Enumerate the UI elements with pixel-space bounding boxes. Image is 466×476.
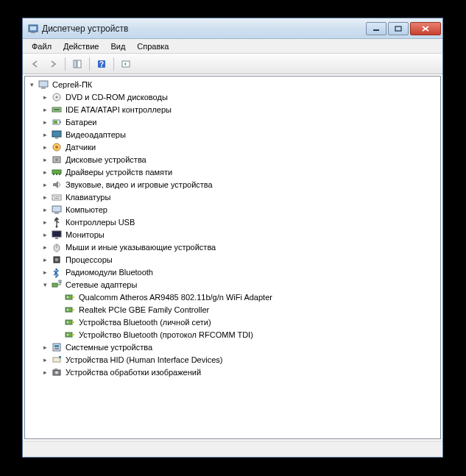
tree-node-cat-10[interactable]: ▸ Контроллеры USB	[25, 216, 440, 228]
expand-toggle-icon[interactable]: ▸	[41, 143, 49, 151]
tree-node-cat-6[interactable]: ▸ Драйверы устройств памяти	[25, 166, 440, 178]
tree-node-cat-2[interactable]: ▸ Батареи	[25, 116, 440, 128]
sound-icon	[51, 179, 63, 191]
expand-toggle-icon[interactable]: ▸	[41, 255, 49, 263]
svg-rect-58	[54, 345, 59, 347]
expand-toggle-icon[interactable]: ▸	[41, 343, 49, 351]
svg-rect-1	[30, 26, 36, 30]
expand-toggle-icon[interactable]: ▸	[41, 155, 49, 163]
expand-toggle-icon[interactable]: ▸	[41, 368, 49, 376]
tree-node-cat-0[interactable]: ▸ DVD и CD-ROM дисководы	[25, 90, 440, 103]
expand-toggle-icon[interactable]: ▸	[41, 268, 49, 276]
tree-node-cat-4[interactable]: ▸ Датчики	[25, 141, 440, 153]
computer-icon	[38, 79, 49, 90]
tree-node-cat-15-child-2[interactable]: Устройства Bluetooth (личной сети)	[25, 316, 440, 328]
tree-node-cat-8[interactable]: ▸ Клавиатуры	[25, 191, 440, 203]
toolbar-separator	[89, 57, 90, 71]
svg-rect-10	[39, 81, 48, 87]
menu-action[interactable]: Действие	[57, 40, 105, 52]
menu-file[interactable]: Файл	[26, 40, 57, 52]
expand-toggle-icon[interactable]: ▾	[41, 280, 49, 288]
usb-icon	[51, 216, 63, 228]
menubar: Файл Действие Вид Справка	[23, 39, 442, 54]
tree-node-cat-17[interactable]: ▸ Устройства HID (Human Interface Device…	[25, 353, 440, 366]
svg-rect-30	[54, 196, 55, 197]
tree-node-cat-11[interactable]: ▸ Мониторы	[25, 228, 440, 241]
scan-hardware-button[interactable]	[118, 56, 134, 72]
monitor-icon	[51, 229, 63, 241]
expand-toggle-icon[interactable]: ▸	[41, 205, 49, 213]
svg-rect-20	[55, 138, 58, 139]
tree-node-cat-1[interactable]: ▸ IDE ATA/ATAPI контроллеры	[25, 103, 440, 116]
minimize-button[interactable]	[366, 22, 386, 35]
toolbar-separator	[113, 57, 114, 71]
node-label: Драйверы устройств памяти	[66, 168, 172, 177]
tree-node-cat-9[interactable]: ▸ Компьютер	[25, 203, 440, 216]
expand-toggle-icon[interactable]: ▸	[41, 168, 49, 176]
svg-rect-52	[72, 322, 74, 323]
tree-node-cat-15-child-3[interactable]: Устройство Bluetooth (протокол RFCOMM TD…	[25, 328, 440, 341]
expand-toggle-icon[interactable]: ▸	[41, 180, 49, 188]
node-label: Датчики	[66, 143, 96, 152]
tree-node-cat-15-child-1[interactable]: Realtek PCIe GBE Family Controller	[25, 303, 440, 316]
svg-rect-29	[52, 195, 61, 200]
tree-node-cat-12[interactable]: ▸ Мыши и иные указывающие устройства	[25, 241, 440, 253]
device-tree[interactable]: ▾ Сергей-ПК ▸ DVD и CD-ROM дисководы ▸ I…	[24, 76, 441, 439]
expand-toggle-icon[interactable]: ▸	[41, 130, 49, 138]
svg-rect-64	[54, 369, 57, 370]
svg-point-50	[67, 309, 68, 310]
expand-toggle-icon[interactable]: ▸	[41, 118, 49, 126]
mouse-icon	[51, 241, 63, 253]
titlebar[interactable]: Диспетчер устройств	[23, 18, 442, 39]
tree-node-cat-13[interactable]: ▸ Процессоры	[25, 253, 440, 266]
help-button[interactable]: ?	[93, 56, 110, 72]
back-button[interactable]	[27, 56, 43, 72]
close-button[interactable]	[410, 22, 441, 35]
expand-toggle-icon[interactable]: ▸	[41, 105, 49, 113]
tree-node-cat-18[interactable]: ▸ Устройства обработки изображений	[25, 366, 440, 378]
svg-rect-34	[52, 206, 61, 212]
node-label: Компьютер	[66, 205, 107, 214]
node-label: IDE ATA/ATAPI контроллеры	[66, 105, 172, 114]
show-hide-tree-button[interactable]	[69, 56, 85, 72]
tree-node-cat-3[interactable]: ▸ Видеоадаптеры	[25, 128, 440, 141]
svg-rect-37	[52, 231, 61, 237]
menu-view[interactable]: Вид	[105, 40, 131, 52]
node-label: DVD и CD-ROM дисководы	[66, 93, 168, 102]
tree-node-cat-14[interactable]: ▸ Радиомодули Bluetooth	[25, 266, 440, 278]
network-icon	[51, 279, 63, 291]
tree-node-cat-7[interactable]: ▸ Звуковые, видео и игровые устройства	[25, 178, 440, 191]
expand-toggle-icon[interactable]: ▸	[41, 243, 49, 251]
display-icon	[51, 129, 63, 141]
system-icon	[51, 341, 63, 353]
node-label: Сергей-ПК	[52, 80, 92, 89]
svg-point-47	[67, 296, 68, 298]
node-label: Радиомодули Bluetooth	[66, 268, 153, 277]
expand-toggle-icon[interactable]: ▸	[41, 93, 49, 101]
expand-toggle-icon[interactable]: ▸	[41, 193, 49, 201]
svg-point-36	[56, 225, 58, 227]
node-label: Сетевые адаптеры	[66, 280, 137, 289]
node-label: Процессоры	[66, 255, 113, 264]
tree-node-root[interactable]: ▾ Сергей-ПК	[25, 78, 440, 90]
tree-node-cat-5[interactable]: ▸ Дисковые устройства	[25, 153, 440, 166]
expand-toggle-icon[interactable]: ▾	[28, 80, 36, 88]
svg-rect-19	[52, 131, 61, 137]
tree-node-cat-15[interactable]: ▾ Сетевые адаптеры	[25, 278, 440, 291]
tree-node-cat-16[interactable]: ▸ Системные устройства	[25, 341, 440, 353]
svg-rect-3	[373, 29, 379, 31]
forward-button[interactable]	[45, 56, 61, 72]
maximize-button[interactable]	[388, 22, 409, 35]
toolbar: ?	[23, 54, 442, 74]
expand-toggle-icon[interactable]: ▸	[41, 230, 49, 238]
svg-rect-61	[59, 356, 61, 358]
svg-rect-38	[55, 238, 58, 239]
svg-rect-35	[54, 213, 59, 214]
svg-rect-55	[72, 334, 74, 335]
menu-help[interactable]: Справка	[131, 40, 174, 52]
expand-toggle-icon[interactable]: ▸	[41, 218, 49, 226]
tree-node-cat-15-child-0[interactable]: Qualcomm Atheros AR9485 802.11b/g/n WiFi…	[25, 291, 440, 303]
cpu-icon	[51, 254, 63, 266]
memory-icon	[51, 166, 63, 178]
expand-toggle-icon[interactable]: ▸	[41, 355, 49, 363]
